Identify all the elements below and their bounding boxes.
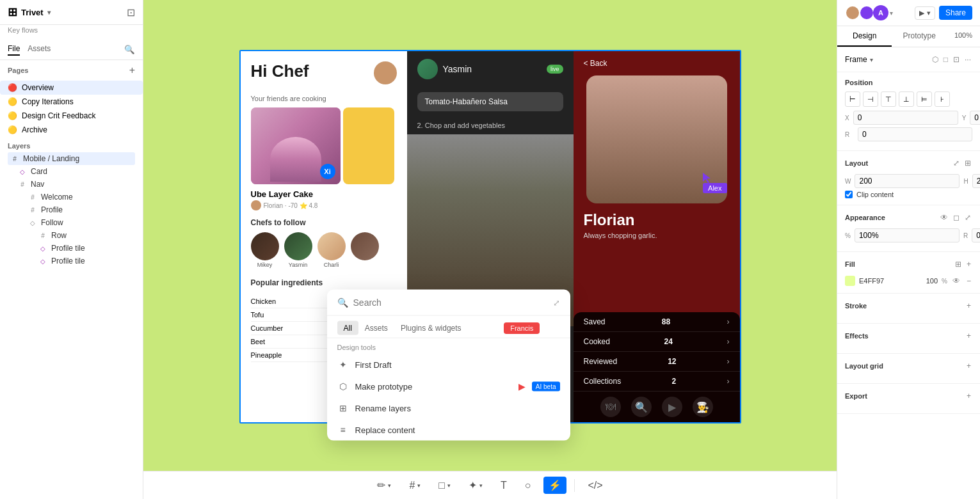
comment-button[interactable]: ○ (520, 477, 536, 494)
expand-icon[interactable]: ⤢ (963, 212, 972, 223)
expand-button[interactable]: ⤢ (553, 297, 560, 307)
command-menu: 🔍 ⤢ All Assets Plugins & widgets Design … (327, 290, 570, 441)
layer-label-follow: Follow (41, 218, 63, 227)
mask-icon[interactable]: ◻ (952, 212, 961, 223)
save-icon[interactable]: 🍽 (600, 397, 621, 417)
fill-color-swatch[interactable] (845, 276, 855, 286)
pages-section-label: Pages (8, 67, 28, 74)
remove-fill-button[interactable]: − (965, 275, 972, 287)
avatar-a-button[interactable]: A (873, 5, 888, 20)
sidebar-item-overview[interactable]: 🔴 Overview (0, 81, 143, 95)
stat-reviewed[interactable]: Reviewed 12 › (574, 352, 740, 372)
fill-eye-icon[interactable]: 👁 (951, 275, 961, 287)
h-input[interactable] (972, 174, 980, 188)
stat-reviewed-arrow: › (727, 357, 730, 366)
add-export-button[interactable]: + (965, 390, 972, 402)
align-top[interactable]: ⊥ (899, 91, 914, 107)
tab-design[interactable]: Design (837, 26, 892, 47)
stat-cooked-label: Cooked (584, 337, 610, 346)
code-button[interactable]: </> (582, 477, 607, 494)
stat-saved[interactable]: Saved 88 › (574, 312, 740, 332)
layer-follow[interactable]: ◇ Follow (8, 216, 135, 229)
ingredient-name-cucumber: Cucumber (251, 324, 284, 332)
add-page-button[interactable]: + (129, 65, 135, 75)
play-button[interactable]: ▶ ▾ (915, 6, 935, 20)
frame-dropdown[interactable]: Frame ▾ ⬡ □ ⊡ ··· (845, 54, 972, 65)
add-fill-button[interactable]: + (965, 258, 972, 270)
frame-tool-button[interactable]: # ▾ (404, 477, 426, 494)
add-effects-button[interactable]: + (965, 330, 972, 342)
sidebar-item-archive[interactable]: 🟡 Archive (0, 123, 143, 137)
command-item-replace-content[interactable]: ≡ Replace content (327, 419, 570, 441)
share-button[interactable]: Share (939, 6, 972, 20)
align-left[interactable]: ⊢ (845, 91, 860, 107)
layer-row[interactable]: # Row (8, 229, 135, 242)
align-right[interactable]: ⊤ (881, 91, 896, 107)
fill-grid-icon[interactable]: ⊞ (954, 258, 963, 270)
opacity-input[interactable] (855, 228, 960, 242)
sidebar-item-copy-iterations[interactable]: 🟡 Copy Iterations (0, 95, 143, 109)
chef-hat-icon[interactable]: 👨‍🍳 (693, 397, 713, 417)
effects-header: Effects + (845, 330, 972, 342)
frame-action-more[interactable]: ··· (963, 54, 972, 65)
tab-assets[interactable]: Assets (358, 321, 394, 335)
pen-path-button[interactable]: ✦ ▾ (463, 477, 488, 494)
layout-expand-icon[interactable]: ⤢ (952, 157, 961, 169)
tab-assets[interactable]: Assets (28, 43, 51, 56)
tab-plugins-widgets[interactable]: Plugins & widgets (394, 321, 468, 335)
corner-input[interactable] (972, 228, 980, 242)
y-input[interactable] (970, 111, 980, 125)
r-input[interactable] (858, 127, 972, 141)
layer-profile-tile-1[interactable]: ◇ Profile tile (8, 242, 135, 255)
tab-all[interactable]: All (337, 321, 358, 335)
chef-charli: Charli (317, 232, 346, 268)
add-layout-grid-button[interactable]: + (965, 360, 972, 372)
shape-tool-button[interactable]: □ ▾ (433, 477, 456, 494)
search-icon-bottom[interactable]: 🔍 (631, 397, 652, 417)
frame-action-3[interactable]: ⊡ (952, 54, 961, 65)
align-center-h[interactable]: ⊣ (863, 91, 878, 107)
xi-badge: Xi (320, 164, 335, 179)
x-input[interactable] (853, 111, 958, 125)
sidebar-toggle-button[interactable]: ⊡ (127, 6, 135, 19)
text-tool-button[interactable]: T (495, 477, 512, 494)
layout-grid-icon[interactable]: ⊞ (963, 157, 972, 169)
clip-content-checkbox[interactable] (845, 191, 853, 198)
layer-profile[interactable]: # Profile (8, 203, 135, 216)
stat-cooked[interactable]: Cooked 24 › (574, 332, 740, 352)
back-button[interactable]: < Back (584, 59, 607, 68)
component-button[interactable]: ⚡ (543, 477, 566, 494)
tab-file[interactable]: File (8, 43, 20, 56)
add-stroke-button[interactable]: + (965, 300, 972, 312)
component-icon: ⚡ (549, 479, 561, 491)
layer-welcome[interactable]: # Welcome (8, 191, 135, 203)
pen-tool-button[interactable]: ✏ ▾ (372, 477, 396, 494)
layer-mobile-landing[interactable]: # Mobile / Landing (8, 152, 135, 165)
command-item-first-draft[interactable]: ✦ First Draft (327, 354, 570, 376)
visibility-icon[interactable]: 👁 (939, 212, 949, 223)
stat-collections[interactable]: Collections 2 › (574, 372, 740, 392)
phone2-header: Yasmin live (407, 51, 574, 87)
frame-action-1[interactable]: ⬡ (931, 54, 940, 65)
frame-action-2[interactable]: □ (942, 54, 949, 65)
pages-section-header[interactable]: Pages + (8, 65, 135, 75)
w-input[interactable] (855, 174, 960, 188)
layer-profile-tile-2[interactable]: ◇ Profile tile (8, 255, 135, 267)
chef-mikey-avatar (251, 232, 279, 260)
align-bottom[interactable]: ⊦ (935, 91, 950, 107)
command-item-rename-layers[interactable]: ⊞ Rename layers (327, 397, 570, 419)
sidebar-item-design-crit[interactable]: 🟡 Design Crit Feedback (0, 109, 143, 123)
search-input[interactable] (353, 297, 548, 308)
command-item-make-prototype[interactable]: ⬡ Make prototype ▶ AI beta (327, 376, 570, 397)
r-field-row: R (845, 127, 972, 141)
export-label: Export (845, 392, 867, 400)
align-center-v[interactable]: ⊨ (917, 91, 932, 107)
layer-nav[interactable]: # Nav (8, 178, 135, 191)
search-button[interactable]: 🔍 (124, 43, 135, 56)
layer-card[interactable]: ◇ Card (8, 165, 135, 178)
app-brand[interactable]: ⊞ Trivet ▾ (8, 5, 51, 19)
layers-section-header[interactable]: Layers (8, 142, 135, 150)
frame-actions: ⬡ □ ⊡ ··· (931, 54, 972, 65)
tab-prototype[interactable]: Prototype (892, 26, 946, 47)
play-icon[interactable]: ▶ (662, 397, 682, 417)
